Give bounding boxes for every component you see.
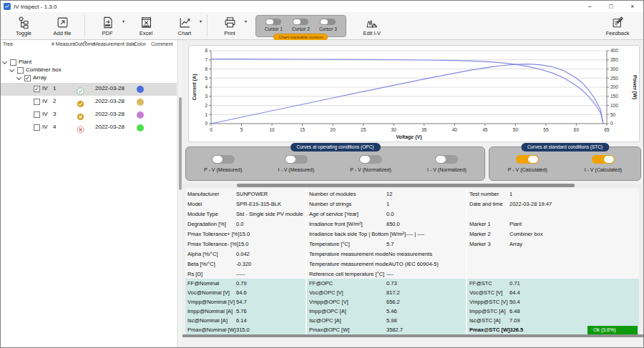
chart-button[interactable]: ▾Chart bbox=[166, 14, 203, 39]
detail-value: 0.042 bbox=[236, 251, 250, 257]
tree-node-combiner-box[interactable]: Combiner box bbox=[1, 66, 177, 74]
toggle-switch[interactable] bbox=[212, 155, 235, 164]
tree-vertical-scrollbar[interactable] bbox=[177, 40, 182, 347]
window-controls: –□× bbox=[579, 1, 643, 12]
detail-row: Marker 1Plant bbox=[467, 219, 639, 229]
checkbox[interactable] bbox=[17, 67, 24, 74]
dropdown-caret-icon[interactable]: ▾ bbox=[245, 19, 247, 24]
curve-toggle[interactable]: I - V (Measured) bbox=[278, 155, 315, 172]
cursor-switch[interactable] bbox=[320, 19, 336, 25]
checkbox[interactable]: ✓ bbox=[34, 86, 40, 92]
detail-row: Vmpp@OPC [V]656.2 bbox=[307, 297, 466, 307]
scrollbar-thumb[interactable] bbox=[237, 184, 575, 187]
curve-toggle[interactable]: I - V (Calculated) bbox=[585, 155, 623, 172]
add-file-label: Add file bbox=[53, 30, 71, 36]
add-file-button[interactable]: Add file bbox=[44, 14, 81, 39]
maximize-button[interactable]: □ bbox=[600, 1, 622, 12]
cursor-toggle-label: Cursor 1 bbox=[265, 26, 283, 31]
y-right-tick-label: 0 bbox=[610, 121, 613, 126]
detail-value: 817.2 bbox=[386, 289, 400, 296]
app-icon bbox=[4, 3, 11, 10]
edit-iv-button[interactable]: Edit I-V bbox=[353, 14, 391, 39]
measurement-date: 2022-03-28 bbox=[95, 111, 125, 117]
cursor-switch[interactable] bbox=[265, 19, 281, 25]
bottom-scrollbar[interactable] bbox=[182, 334, 643, 337]
toggle-button[interactable]: Toggle bbox=[5, 14, 42, 39]
detail-row: Isc@Nominal [A]6.14 bbox=[185, 316, 306, 325]
minimize-button[interactable]: – bbox=[579, 1, 600, 12]
horizontal-scrollbar[interactable] bbox=[182, 184, 640, 187]
color-dot[interactable] bbox=[137, 99, 144, 106]
excel-button[interactable]: Excel bbox=[127, 14, 165, 39]
dropdown-caret-icon[interactable]: ▾ bbox=[200, 19, 202, 24]
measurement-label: IV bbox=[42, 85, 48, 91]
toggle-label: Toggle bbox=[16, 30, 31, 36]
detail-row: Age of service [Year]0.0 bbox=[307, 209, 466, 219]
color-dot[interactable] bbox=[137, 124, 144, 131]
feedback-button[interactable]: Feedback bbox=[599, 14, 636, 39]
detail-row: Pmax@OPC [W]3582.7 bbox=[307, 325, 466, 334]
tree-column-header-1[interactable]: # Measure bbox=[52, 41, 75, 46]
scrollbar-thumb[interactable] bbox=[179, 97, 182, 190]
tree-node-plant[interactable]: Plant bbox=[1, 59, 177, 66]
titlebar: IV Inspect - 1.3.0 –□× bbox=[1, 1, 643, 12]
toggle-switch[interactable] bbox=[592, 155, 615, 164]
node-label: Plant bbox=[19, 59, 31, 65]
outcome-warn-check-icon bbox=[77, 98, 84, 106]
tree-node-array[interactable]: ✓Array bbox=[1, 74, 177, 82]
iv-chart[interactable]: 0510152025303540455055606501234567805010… bbox=[190, 46, 638, 141]
dropdown-caret-icon[interactable]: ▾ bbox=[122, 19, 125, 24]
checkbox[interactable] bbox=[10, 59, 16, 66]
y-right-tick-label: 100 bbox=[610, 103, 618, 108]
detail-row: ManufacturerSUNPOWER bbox=[185, 189, 306, 199]
close-button[interactable]: × bbox=[622, 1, 643, 12]
checkbox[interactable] bbox=[34, 124, 40, 131]
detail-row: Impp@OPC [A]5.46 bbox=[307, 307, 466, 316]
toggle-switch[interactable] bbox=[435, 155, 458, 164]
print-button[interactable]: ▾Print bbox=[211, 14, 248, 39]
expander-icon[interactable] bbox=[16, 75, 21, 80]
y-left-tick-label: 0 bbox=[205, 121, 208, 126]
toggle-switch[interactable] bbox=[359, 155, 382, 164]
detail-label: Number of strings bbox=[309, 201, 386, 207]
switch-knob bbox=[266, 19, 273, 24]
tree-column-header-2[interactable]: Outcome bbox=[74, 41, 94, 46]
color-dot[interactable] bbox=[137, 111, 144, 119]
toggle-switch[interactable] bbox=[516, 155, 539, 164]
tree-column-header-3[interactable]: Measurement date bbox=[94, 41, 135, 46]
checkbox[interactable]: ✓ bbox=[24, 75, 31, 81]
y-right-tick-label: 400 bbox=[610, 48, 618, 53]
curve-toggle[interactable]: I - V (Normalized) bbox=[427, 155, 467, 172]
tree-column-header-0[interactable]: Tree bbox=[3, 41, 13, 46]
opc-section: Curves at operating conditions (OPC)P - … bbox=[185, 146, 485, 181]
curve-toggle[interactable]: P - V (Normalized) bbox=[350, 155, 391, 172]
tree-row-iv-1[interactable]: ✓IV12022-03-28 bbox=[1, 83, 177, 96]
tree-row-iv-4[interactable]: IV42022-03-28 bbox=[1, 121, 177, 134]
measurement-date: 2022-03-28 bbox=[95, 124, 125, 130]
detail-row: Temperature measurement modeNo measureme… bbox=[307, 249, 466, 259]
window-title: IV Inspect - 1.3.0 bbox=[14, 4, 57, 10]
expander-icon[interactable] bbox=[9, 67, 14, 72]
detail-label: Pmax@Nominal [W] bbox=[187, 327, 236, 333]
toggle-switch[interactable] bbox=[285, 155, 308, 164]
curve-toggle[interactable]: P - V (Calculated) bbox=[508, 155, 547, 172]
detail-row: Temperature measurement modeAUTO (IEC 60… bbox=[307, 259, 466, 269]
y-left-tick-label: 7 bbox=[205, 57, 208, 62]
chart-icon bbox=[178, 16, 192, 29]
detail-label: Test number bbox=[469, 191, 509, 197]
checkbox[interactable] bbox=[34, 99, 40, 105]
tree-column-header-4[interactable]: Color bbox=[134, 41, 146, 46]
cursor-switch[interactable] bbox=[293, 19, 308, 25]
tree-row-iv-3[interactable]: IV32022-03-28 bbox=[1, 109, 177, 121]
x-tick-label: 15 bbox=[300, 127, 306, 132]
tree-column-header-5[interactable]: Comment bbox=[151, 41, 172, 46]
color-dot[interactable] bbox=[137, 86, 144, 93]
checkbox[interactable] bbox=[34, 111, 40, 118]
detail-value: SPR-E19-315-BLK bbox=[236, 201, 281, 207]
pdf-button[interactable]: ▾PDF bbox=[89, 14, 126, 39]
curve-toggle[interactable]: P - V (Measured) bbox=[204, 155, 242, 172]
detail-value: Array bbox=[509, 241, 522, 247]
expander-icon[interactable] bbox=[2, 59, 7, 64]
tree-row-iv-2[interactable]: IV22022-03-28 bbox=[1, 96, 177, 109]
curve-sections: Curves at operating conditions (OPC)P - … bbox=[185, 146, 641, 181]
